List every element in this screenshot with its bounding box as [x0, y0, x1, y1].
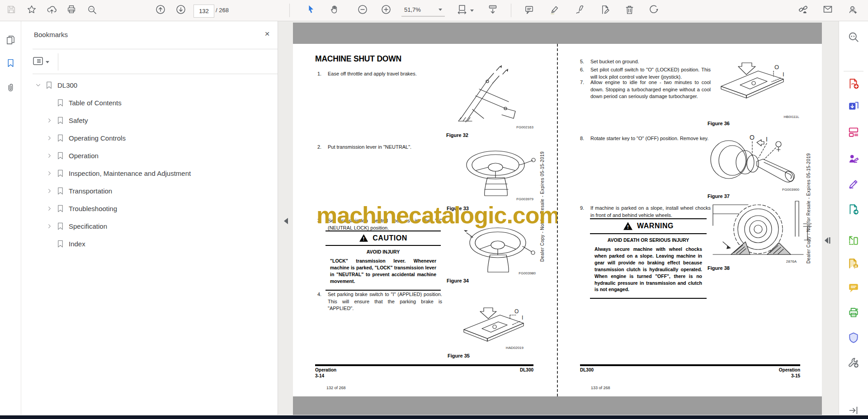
figure-code: 2876A	[786, 259, 797, 264]
zoom-level-value: 51,7%	[404, 6, 421, 13]
delete-button[interactable]	[623, 4, 636, 17]
bookmark-item-table-of-contents[interactable]: Table of Contents	[21, 95, 122, 110]
bookmark-item-operating-controls[interactable]: Operating Controls	[21, 131, 126, 145]
warning-title-row: ! WARNING	[590, 219, 707, 234]
panel-divider	[58, 53, 58, 71]
crop-pages-button[interactable]	[847, 235, 859, 247]
plus-circle-icon	[381, 4, 392, 17]
comment-icon	[524, 5, 534, 17]
chevron-right-icon[interactable]	[46, 152, 53, 160]
bookmark-item-transportation[interactable]: Transportation	[21, 184, 112, 198]
chevron-right-icon[interactable]	[46, 134, 53, 142]
pdf-reader-window: / 268 51,7% Bookmarks ×	[0, 0, 868, 419]
bookmark-item-troubleshooting[interactable]: Troubleshooting	[21, 201, 117, 216]
figure-code: HAD02019	[506, 346, 524, 350]
bookmark-item-dl300[interactable]: DL300	[21, 78, 77, 92]
main-toolbar: / 268 51,7%	[0, 0, 868, 21]
page-stamp: 133 of 268	[591, 386, 610, 390]
zoom-out-button[interactable]	[356, 4, 369, 17]
figure-label: Figure 36	[708, 121, 730, 126]
warning-triangle-icon: !	[623, 221, 633, 231]
star-button[interactable]	[25, 4, 38, 17]
request-signature-button[interactable]	[847, 154, 859, 166]
link-button[interactable]	[797, 4, 809, 17]
panel-divider	[33, 49, 278, 49]
comment-bubble-icon	[848, 282, 859, 296]
bookmark-options-button[interactable]	[33, 55, 52, 69]
left-panel-rail	[0, 21, 21, 415]
account-button[interactable]	[846, 4, 859, 17]
bookmark-item-safety[interactable]: Safety	[21, 113, 88, 127]
star-icon	[27, 5, 37, 16]
attachments-tab[interactable]	[5, 83, 16, 94]
organize-pages-button[interactable]	[847, 127, 859, 139]
collapse-right-panel-button[interactable]	[824, 237, 831, 246]
highlighter-icon	[549, 5, 560, 17]
chevron-down-icon[interactable]	[34, 81, 42, 89]
minus-circle-icon	[357, 4, 368, 17]
paperclip-icon	[5, 83, 15, 94]
summarize-comments-button[interactable]	[847, 258, 859, 270]
bookmark-item-inspection-maintenance[interactable]: Inspection, Maintenance and Adjustment	[21, 166, 191, 180]
print-production-button[interactable]	[847, 307, 859, 320]
bookmark-node-icon	[56, 222, 65, 231]
email-button[interactable]	[821, 4, 834, 17]
rotate-left-button[interactable]	[647, 4, 660, 17]
page-thumbnails-tab[interactable]	[5, 35, 16, 47]
search-pan-icon	[848, 31, 859, 45]
chevron-right-icon[interactable]	[46, 117, 53, 124]
highlight-button[interactable]	[548, 4, 561, 17]
protect-button[interactable]	[847, 332, 859, 344]
close-panel-button[interactable]: ×	[261, 28, 273, 40]
fit-width-button[interactable]	[456, 4, 468, 17]
bookmark-item-operation[interactable]: Operation	[21, 148, 99, 163]
search-pan-button[interactable]	[847, 32, 859, 44]
warning-triangle-icon: !	[359, 234, 368, 242]
comments-panel-button[interactable]	[847, 282, 859, 295]
bookmark-node-icon	[56, 169, 65, 178]
combine-files-button[interactable]	[847, 101, 859, 113]
create-pdf-button[interactable]	[847, 78, 859, 90]
zoom-in-button[interactable]	[380, 4, 392, 17]
document-viewport[interactable]: MACHINE SHUT DOWN 1.Ease off throttle an…	[278, 21, 839, 415]
search-button[interactable]	[85, 4, 98, 17]
page-number-input[interactable]	[193, 5, 214, 18]
edit-page-button[interactable]	[599, 4, 611, 17]
figure-label: Figure 34	[447, 278, 469, 283]
print-button[interactable]	[65, 4, 78, 17]
previous-page-button[interactable]	[154, 4, 167, 17]
bookmark-item-specification[interactable]: Specification	[21, 219, 107, 233]
next-page-button[interactable]	[175, 4, 187, 17]
zoom-level-dropdown[interactable]: 51,7%	[401, 4, 445, 17]
toolbar-divider	[289, 4, 290, 17]
chevron-right-icon[interactable]	[46, 187, 53, 195]
comment-button[interactable]	[523, 4, 535, 17]
bookmark-node-icon	[56, 151, 65, 160]
step-item: 5.Set bucket on ground.	[580, 58, 711, 66]
sign-button[interactable]	[573, 4, 586, 17]
select-tool-button[interactable]	[305, 4, 317, 17]
pencil-icon	[848, 178, 859, 192]
save-button[interactable]	[5, 4, 18, 17]
caution-body: "LOCK" transmission lever. Whenever mach…	[330, 258, 436, 285]
panel-divider	[33, 74, 278, 74]
export-pdf-button[interactable]	[847, 204, 859, 216]
fill-and-sign-button[interactable]	[847, 179, 859, 191]
svg-text:!: !	[363, 236, 365, 241]
svg-text:I: I	[783, 71, 784, 78]
chevron-right-icon[interactable]	[46, 205, 53, 212]
chevron-down-icon[interactable]	[470, 9, 474, 12]
more-tools-button[interactable]	[847, 357, 859, 369]
collapse-left-panel-button[interactable]	[284, 218, 288, 224]
arrow-up-circle-icon	[155, 4, 166, 17]
hand-tool-button[interactable]	[328, 4, 341, 17]
bookmark-item-index[interactable]: Index	[21, 236, 85, 251]
figure-34-image	[459, 224, 538, 278]
chevron-right-icon[interactable]	[46, 222, 53, 230]
bookmarks-tab[interactable]	[5, 58, 16, 70]
figure-35-image: O I	[460, 306, 528, 352]
figure-32-image	[452, 64, 528, 126]
chevron-right-icon[interactable]	[46, 169, 53, 177]
continuous-view-button[interactable]	[486, 4, 499, 17]
share-button[interactable]	[45, 4, 58, 17]
